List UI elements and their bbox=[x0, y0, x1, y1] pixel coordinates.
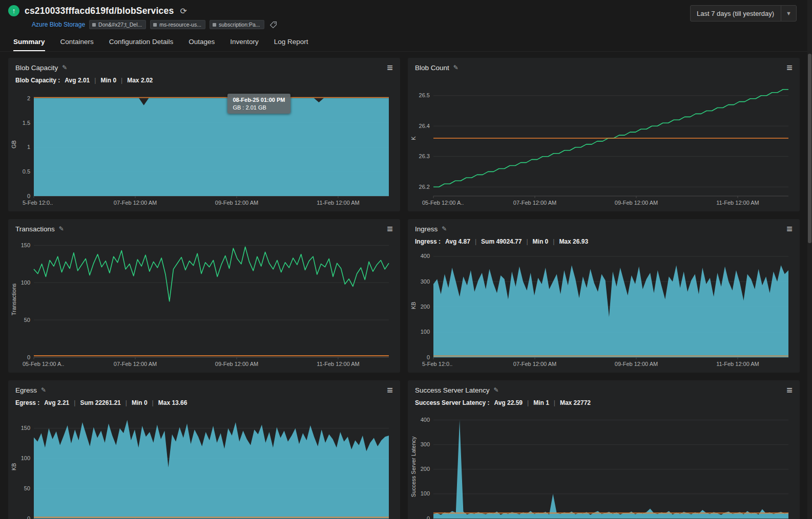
panel-title: Blob Capacity bbox=[15, 64, 58, 72]
svg-text:5-Feb 12:0..: 5-Feb 12:0.. bbox=[23, 200, 53, 206]
top-bar: ↑ cs210033fffacd619fd/blobServices ⟳ Azu… bbox=[0, 0, 812, 29]
svg-text:150: 150 bbox=[21, 425, 30, 431]
refresh-icon[interactable]: ⟳ bbox=[180, 6, 186, 16]
tag-chip-label: ms-resource-us... bbox=[159, 21, 201, 28]
ingress-chart[interactable]: 01002003004005-Feb 12:0..07-Feb 12:00 AM… bbox=[410, 249, 795, 371]
chip-icon bbox=[213, 23, 216, 27]
panel-transactions: Transactions ✎ ≡ 05010015005-Feb 12:00 A… bbox=[8, 219, 400, 373]
svg-text:KB: KB bbox=[410, 302, 417, 310]
svg-text:11-Feb 12:00 AM: 11-Feb 12:00 AM bbox=[317, 200, 360, 206]
tab-outages[interactable]: Outages bbox=[189, 38, 215, 51]
panel-success-server-latency: Success Server Latency ✎ ≡ Success Serve… bbox=[408, 380, 800, 519]
transactions-chart[interactable]: 05010015005-Feb 12:00 A..07-Feb 12:00 AM… bbox=[10, 236, 395, 371]
panel-title: Egress bbox=[15, 386, 37, 394]
chip-icon bbox=[153, 23, 157, 27]
edit-icon[interactable]: ✎ bbox=[62, 64, 67, 71]
chip-icon bbox=[92, 23, 96, 27]
time-range-label: Last 7 days (till yesterday) bbox=[691, 10, 781, 17]
chart-stats: Success Server Latency :Avg 22.59|Min 1|… bbox=[408, 398, 800, 410]
monitor-type-link[interactable]: Azure Blob Storage bbox=[32, 21, 85, 28]
page-scrollbar[interactable] bbox=[807, 0, 812, 519]
panel-blob-capacity: Blob Capacity ✎ ≡ Blob Capacity :Avg 2.0… bbox=[8, 58, 400, 211]
svg-text:26.2: 26.2 bbox=[419, 184, 430, 190]
edit-icon[interactable]: ✎ bbox=[442, 225, 447, 232]
svg-text:GB: GB bbox=[11, 140, 17, 148]
svg-text:1.5: 1.5 bbox=[23, 120, 30, 126]
chart-menu-icon[interactable]: ≡ bbox=[786, 386, 793, 394]
svg-text:07-Feb 12:00 AM: 07-Feb 12:00 AM bbox=[513, 200, 556, 206]
svg-text:11-Feb 12:00 AM: 11-Feb 12:00 AM bbox=[716, 361, 759, 367]
svg-text:200: 200 bbox=[421, 466, 430, 472]
title-block: ↑ cs210033fffacd619fd/blobServices ⟳ Azu… bbox=[8, 5, 277, 29]
svg-text:1: 1 bbox=[27, 144, 30, 150]
up-arrow-icon: ↑ bbox=[12, 7, 16, 15]
svg-text:300: 300 bbox=[421, 441, 430, 447]
svg-text:07-Feb 12:00 AM: 07-Feb 12:00 AM bbox=[114, 361, 157, 367]
chart-menu-icon[interactable]: ≡ bbox=[786, 63, 793, 72]
svg-text:07-Feb 12:00 AM: 07-Feb 12:00 AM bbox=[114, 200, 157, 206]
chart-menu-icon[interactable]: ≡ bbox=[387, 386, 393, 394]
tab-containers[interactable]: Containers bbox=[60, 38, 94, 51]
tag-chip[interactable]: subscription:Pa... bbox=[210, 20, 264, 29]
success-server-latency-chart[interactable]: 01002003004005-Feb 12:..07-Feb 12:00 AM0… bbox=[410, 410, 795, 519]
edit-icon[interactable]: ✎ bbox=[59, 225, 64, 232]
tab-summary[interactable]: Summary bbox=[13, 38, 45, 51]
tab-log-report[interactable]: Log Report bbox=[274, 38, 308, 51]
edit-icon[interactable]: ✎ bbox=[41, 386, 46, 394]
svg-text:09-Feb 12:00 AM: 09-Feb 12:00 AM bbox=[215, 200, 258, 206]
egress-chart[interactable]: 0501001505-Feb 12:0..07-Feb 12:00 AM09-F… bbox=[10, 410, 395, 519]
svg-text:09-Feb 12:00 AM: 09-Feb 12:00 AM bbox=[215, 361, 258, 367]
scrollbar-thumb[interactable] bbox=[808, 54, 811, 243]
chart-stats: Blob Capacity :Avg 2.01|Min 0|Max 2.02 bbox=[8, 75, 400, 88]
svg-text:400: 400 bbox=[421, 417, 430, 423]
tag-chip-label: Don&#x27;t_Del... bbox=[98, 21, 142, 28]
edit-icon[interactable]: ✎ bbox=[453, 64, 459, 71]
svg-text:0: 0 bbox=[27, 354, 30, 360]
dashboard-grid: Blob Capacity ✎ ≡ Blob Capacity :Avg 2.0… bbox=[0, 52, 812, 519]
edit-icon[interactable]: ✎ bbox=[494, 386, 499, 394]
svg-text:300: 300 bbox=[421, 278, 430, 285]
panel-blob-count: Blob Count ✎ ≡ 26.226.326.426.505-Feb 12… bbox=[408, 58, 800, 211]
svg-text:KB: KB bbox=[11, 463, 17, 471]
svg-text:09-Feb 12:00 AM: 09-Feb 12:00 AM bbox=[615, 361, 658, 367]
svg-text:100: 100 bbox=[421, 490, 430, 496]
tag-icon[interactable] bbox=[269, 21, 277, 29]
blob-count-chart[interactable]: 26.226.326.426.505-Feb 12:00 A..07-Feb 1… bbox=[410, 75, 795, 209]
svg-text:200: 200 bbox=[421, 304, 430, 310]
tab-inventory[interactable]: Inventory bbox=[230, 38, 259, 51]
svg-text:2: 2 bbox=[27, 95, 30, 101]
svg-text:5-Feb 12:0..: 5-Feb 12:0.. bbox=[422, 361, 452, 367]
svg-text:26.3: 26.3 bbox=[419, 153, 430, 159]
svg-text:0: 0 bbox=[427, 515, 430, 519]
chart-stats: Egress :Avg 2.21|Sum 22261.21|Min 0|Max … bbox=[8, 398, 400, 410]
monitor-up-status-icon: ↑ bbox=[8, 5, 19, 16]
tag-chip-label: subscription:Pa... bbox=[219, 21, 260, 28]
tag-chip[interactable]: Don&#x27;t_Del... bbox=[89, 20, 146, 29]
panel-title: Transactions bbox=[15, 225, 55, 233]
svg-text:11-Feb 12:00 AM: 11-Feb 12:00 AM bbox=[317, 361, 360, 367]
panel-egress: Egress ✎ ≡ Egress :Avg 2.21|Sum 22261.21… bbox=[8, 380, 400, 519]
svg-text:100: 100 bbox=[21, 279, 30, 286]
chart-menu-icon[interactable]: ≡ bbox=[387, 63, 393, 72]
svg-text:K: K bbox=[410, 136, 417, 140]
page-title: cs210033fffacd619fd/blobServices bbox=[25, 6, 174, 16]
chart-menu-icon[interactable]: ≡ bbox=[387, 225, 393, 233]
svg-text:07-Feb 12:00 AM: 07-Feb 12:00 AM bbox=[513, 361, 556, 367]
svg-text:0: 0 bbox=[27, 193, 30, 199]
tag-chip[interactable]: ms-resource-us... bbox=[150, 20, 205, 29]
svg-text:100: 100 bbox=[421, 329, 430, 335]
tab-configuration-details[interactable]: Configuration Details bbox=[109, 38, 173, 51]
svg-text:50: 50 bbox=[24, 317, 30, 323]
chart-menu-icon[interactable]: ≡ bbox=[786, 225, 793, 233]
chart-stats: Ingress :Avg 4.87|Sum 49024.77|Min 0|Max… bbox=[408, 236, 800, 249]
svg-text:26.5: 26.5 bbox=[419, 92, 430, 98]
svg-text:Success Server Latency: Success Server Latency bbox=[410, 436, 417, 497]
blob-capacity-chart[interactable]: 00.511.525-Feb 12:0..07-Feb 12:00 AM09-F… bbox=[10, 88, 395, 209]
svg-text:0.5: 0.5 bbox=[23, 168, 30, 175]
time-range-dropdown[interactable]: Last 7 days (till yesterday) ▼ bbox=[690, 5, 797, 21]
svg-text:0: 0 bbox=[27, 515, 30, 519]
svg-text:11-Feb 12:00 AM: 11-Feb 12:00 AM bbox=[716, 200, 759, 206]
svg-text:09-Feb 12:00 AM: 09-Feb 12:00 AM bbox=[615, 200, 658, 206]
panel-ingress: Ingress ✎ ≡ Ingress :Avg 4.87|Sum 49024.… bbox=[408, 219, 800, 373]
chevron-down-icon: ▼ bbox=[781, 6, 796, 21]
